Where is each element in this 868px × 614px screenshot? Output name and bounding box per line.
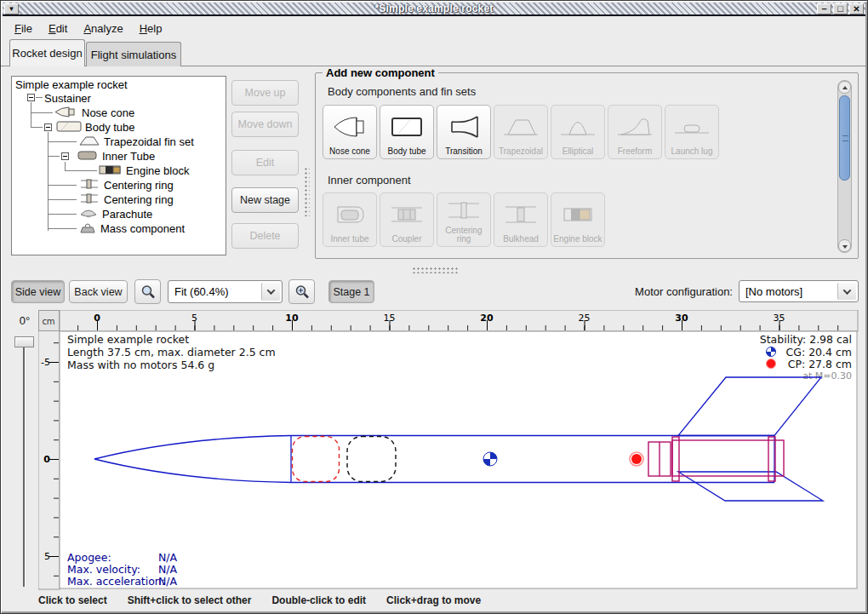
move-up-button[interactable]: Move up (231, 80, 299, 106)
apogee-label: Apogee: (67, 551, 111, 564)
inner-group-label: Inner component (328, 174, 411, 186)
menu-file[interactable]: File (9, 20, 38, 37)
mass-component-icon (78, 222, 97, 236)
add-centering-ring-button[interactable]: Centering ring (437, 192, 491, 247)
status-bar: Click to select Shift+click to select ot… (38, 594, 481, 606)
tree-item-mass-component[interactable]: Mass component (78, 221, 185, 236)
cp-marker[interactable] (630, 452, 643, 466)
ruler-unit-label: cm (42, 317, 54, 326)
launch-lug-icon (673, 106, 711, 147)
add-body-tube-button[interactable]: Body tube (380, 105, 434, 159)
h-tick-10: 10 (285, 313, 299, 324)
apogee-value: N/A (158, 551, 178, 564)
expander-inner-tube[interactable] (61, 152, 69, 160)
new-stage-button[interactable]: New stage (231, 187, 299, 213)
horizontal-splitter[interactable] (412, 267, 460, 273)
add-transition-button[interactable]: Transition (437, 105, 491, 159)
tree-item-parachute[interactable]: Parachute (78, 207, 152, 221)
expander-sustainer[interactable] (27, 94, 35, 101)
add-coupler-button[interactable]: Coupler (380, 192, 434, 247)
zoom-in-icon (294, 284, 310, 300)
tree-item-sustainer[interactable]: Sustainer (44, 91, 91, 106)
body-group-label: Body components and fin sets (328, 85, 476, 98)
elliptical-fin-icon (559, 106, 597, 147)
add-launch-lug-button[interactable]: Launch lug (665, 105, 719, 159)
close-button[interactable] (849, 3, 864, 14)
add-bulkhead-button[interactable]: Bulkhead (494, 192, 548, 247)
hint-double-click: Double-click to edit (271, 594, 366, 606)
accel-label: Max. acceleration: (67, 575, 165, 588)
engine-block-icon (99, 164, 123, 178)
cp-value: CP: 27.8 cm (788, 358, 852, 370)
tree-item-centering-ring-1[interactable]: Centering ring (78, 178, 174, 192)
add-nose-cone-button[interactable]: Nose cone (323, 105, 377, 159)
component-scrollbar[interactable] (837, 80, 852, 253)
back-view-button[interactable]: Back view (69, 280, 128, 303)
menu-analyze[interactable]: Analyze (77, 20, 128, 37)
inner-tube-icon (77, 150, 99, 163)
minimize-button[interactable] (817, 3, 831, 14)
h-tick-30: 30 (675, 313, 688, 324)
tree-item-engine-block[interactable]: Engine block (99, 164, 189, 178)
side-view-button[interactable]: Side view (11, 280, 65, 303)
h-tick-20: 20 (480, 313, 494, 324)
coupler-icon (388, 193, 425, 235)
delete-button[interactable]: Delete (231, 223, 299, 249)
menu-edit[interactable]: Edit (43, 20, 73, 37)
add-freeform-button[interactable]: Freeform (608, 105, 662, 159)
hint-click-select: Click to select (38, 594, 107, 606)
scrollbar-thumb[interactable] (839, 95, 850, 181)
add-elliptical-button[interactable]: Elliptical (551, 105, 605, 159)
trapezoidal-fin-icon (502, 106, 540, 147)
tree-item-rocket[interactable]: Simple example rocket (15, 77, 128, 92)
rocket-canvas[interactable]: cm 0 5 10 15 20 25 30 35 -5 0 5 Simple e… (38, 310, 859, 590)
engine-block-icon (559, 193, 597, 235)
body-tube-icon (388, 106, 425, 147)
tree-item-centering-ring-2[interactable]: Centering ring (78, 192, 174, 207)
component-tree[interactable]: Simple example rocket Sustainer Nose con… (11, 76, 226, 255)
cg-value: CG: 20.4 cm (786, 346, 852, 359)
hint-shift-click: Shift+click to select other (128, 594, 252, 606)
group-title: Add new component (323, 66, 438, 79)
bulkhead-icon (502, 193, 540, 235)
app-window: *Simple example rocket File Edit Analyze… (0, 0, 868, 614)
add-trapezoidal-button[interactable]: Trapezoidal (494, 105, 548, 159)
zoom-in-button[interactable] (288, 279, 315, 304)
mach-label: at M=0.30 (802, 370, 852, 382)
move-down-button[interactable]: Move down (231, 112, 299, 137)
freeform-fin-icon (616, 106, 654, 147)
zoom-out-icon (140, 284, 156, 300)
cg-marker[interactable] (483, 452, 497, 466)
motor-config-combo[interactable]: [No motors] (739, 280, 859, 302)
add-inner-tube-button[interactable]: Inner tube (323, 192, 377, 247)
motor-config-label: Motor configuration: (597, 285, 733, 298)
tree-item-body-tube[interactable]: Body tube (56, 120, 135, 135)
rotation-slider-handle[interactable] (14, 336, 34, 347)
velocity-label: Max. velocity: (67, 563, 140, 576)
zoom-out-button[interactable] (134, 279, 161, 304)
tab-rocket-design[interactable]: Rocket design (9, 39, 85, 66)
add-engine-block-button[interactable]: Engine block (551, 192, 605, 247)
menu-help[interactable]: Help (134, 20, 168, 37)
info-line-3: Mass with no motors 54.6 g (67, 359, 214, 371)
nose-cone-icon (54, 106, 78, 120)
expander-body-tube[interactable] (44, 123, 52, 131)
stage-1-button[interactable]: Stage 1 (328, 280, 374, 303)
scroll-down-icon[interactable] (838, 239, 851, 252)
rotation-angle-label: 0° (9, 314, 40, 327)
cg-icon (767, 347, 776, 357)
vertical-splitter[interactable] (304, 167, 310, 216)
tree-item-fin-set[interactable]: Trapezoidal fin set (78, 135, 194, 149)
scroll-up-icon[interactable] (838, 81, 851, 94)
maximize-button[interactable] (833, 3, 848, 14)
zoom-level-combo[interactable]: Fit (60.4%) (168, 280, 283, 303)
h-tick-25: 25 (579, 313, 591, 324)
add-component-group: Add new component Body components and fi… (315, 72, 859, 259)
tree-item-nose-cone[interactable]: Nose cone (54, 106, 134, 120)
tree-item-inner-tube[interactable]: Inner Tube (77, 149, 155, 164)
v-tick-0: 0 (43, 454, 50, 465)
chevron-down-icon (267, 286, 276, 295)
tab-flight-simulations[interactable]: Flight simulations (86, 42, 181, 66)
window-menu-button[interactable] (4, 3, 19, 14)
edit-button[interactable]: Edit (231, 150, 299, 175)
